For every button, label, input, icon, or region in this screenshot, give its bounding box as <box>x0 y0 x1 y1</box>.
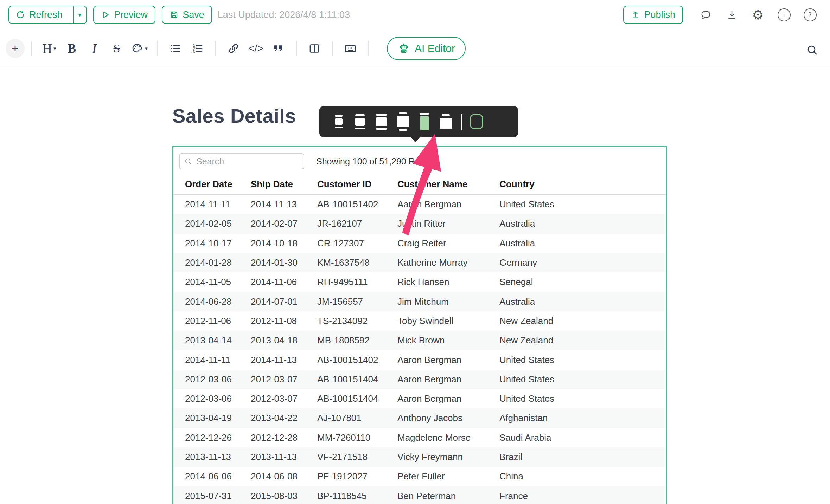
table-row[interactable]: 2014-11-112014-11-13AB-100151402Aaron Be… <box>173 350 666 369</box>
columns-layout-button[interactable] <box>303 37 326 60</box>
size-option-md[interactable] <box>371 106 392 137</box>
column-header[interactable]: Order Date <box>185 179 251 190</box>
publish-label: Publish <box>644 9 675 20</box>
table-cell: 2012-12-28 <box>251 432 317 443</box>
sales-table-card[interactable]: Showing 100 of 51,290 Rows Order Date Sh… <box>172 146 667 504</box>
strikethrough-button[interactable]: S <box>106 37 128 60</box>
column-header[interactable]: Customer ID <box>317 179 397 190</box>
bold-button[interactable]: B <box>60 37 83 60</box>
table-cell: 2012-11-08 <box>251 316 317 327</box>
table-row[interactable]: 2014-06-062014-06-08PF-1912027Peter Full… <box>173 467 666 486</box>
table-cell: Australia <box>499 238 666 249</box>
refresh-label: Refresh <box>29 9 63 20</box>
table-cell: 2014-11-13 <box>251 355 317 366</box>
size-lg-icon <box>399 112 407 114</box>
table-cell: Magdelene Morse <box>397 432 499 443</box>
refresh-dropdown-button[interactable]: ▾ <box>73 6 87 23</box>
table-row[interactable]: 2013-04-192013-04-22AJ-107801Anthony Jac… <box>173 408 666 428</box>
table-cell: AB-100151404 <box>317 374 397 385</box>
comment-icon <box>700 9 711 20</box>
publish-upload-icon <box>631 10 640 19</box>
toolbar-divider <box>157 41 158 56</box>
text-color-button[interactable]: ▾ <box>128 37 151 60</box>
table-row[interactable]: 2014-11-112014-11-13AB-100151402Aaron Be… <box>173 195 666 214</box>
size-option-xl[interactable] <box>435 106 456 137</box>
help-button[interactable]: ? <box>797 6 823 24</box>
settings-button[interactable]: ⚙ <box>745 6 771 24</box>
table-cell: 2014-10-18 <box>251 238 317 249</box>
table-cell: 2014-02-07 <box>251 218 317 229</box>
table-row[interactable]: 2014-01-282014-01-30KM-1637548Katherine … <box>173 253 666 272</box>
add-block-button[interactable]: + <box>6 39 25 58</box>
table-cell: United States <box>499 374 666 385</box>
heading-button[interactable]: H ▾ <box>38 37 60 60</box>
link-button[interactable] <box>222 37 245 60</box>
table-cell: AB-100151402 <box>317 355 397 366</box>
table-row[interactable]: 2012-03-062012-03-07AB-100151404Aaron Be… <box>173 370 666 389</box>
column-header[interactable]: Customer Name <box>397 179 499 190</box>
column-header[interactable]: Ship Date <box>251 179 317 190</box>
publish-button[interactable]: Publish <box>623 6 683 24</box>
download-icon <box>726 9 738 20</box>
bullet-list-button[interactable] <box>164 37 186 60</box>
table-cell: 2014-11-11 <box>185 199 251 210</box>
table-row[interactable]: 2014-10-172014-10-18CR-127307Craig Reite… <box>173 234 666 253</box>
table-cell: AB-100151402 <box>317 199 397 210</box>
table-cell: 2014-11-13 <box>251 199 317 210</box>
keyboard-shortcuts-button[interactable] <box>339 37 362 60</box>
size-fill-icon <box>420 113 429 115</box>
table-cell: Germany <box>499 257 666 268</box>
table-cell: New Zealand <box>499 335 666 346</box>
popup-caret <box>410 136 421 142</box>
code-button[interactable]: </> <box>245 37 267 60</box>
page-search-button[interactable] <box>803 41 821 59</box>
table-cell: AB-100151404 <box>317 393 397 404</box>
table-row[interactable]: 2012-11-062012-11-08TS-2134092Toby Swind… <box>173 311 666 331</box>
size-option-lg[interactable] <box>392 106 414 137</box>
link-icon <box>228 43 240 54</box>
save-button[interactable]: Save <box>162 6 212 24</box>
table-cell: Justin Ritter <box>397 218 499 229</box>
page-title: Sales Details <box>172 104 296 127</box>
table-row[interactable]: 2012-12-262012-12-28MM-7260110Magdelene … <box>173 428 666 447</box>
frame-border-option[interactable] <box>467 106 486 137</box>
play-icon <box>101 10 110 19</box>
table-search-box[interactable] <box>179 153 304 169</box>
table-cell: CR-127307 <box>317 238 397 249</box>
numbered-list-button[interactable]: 123 <box>186 37 209 60</box>
info-button[interactable]: i <box>771 6 797 24</box>
table-cell: 2013-04-19 <box>185 413 251 424</box>
table-row[interactable]: 2012-03-062012-03-07AB-100151404Aaron Be… <box>173 389 666 408</box>
table-search-input[interactable] <box>196 156 299 167</box>
column-header[interactable]: Country <box>499 179 666 190</box>
table-row[interactable]: 2013-11-132013-11-13VF-2171518Vicky Frey… <box>173 447 666 467</box>
size-option-xs[interactable] <box>328 106 349 137</box>
italic-button[interactable]: I <box>83 37 106 60</box>
table-cell: Jim Mitchum <box>397 296 499 307</box>
table-cell: Craig Reiter <box>397 238 499 249</box>
table-cell: MM-7260110 <box>317 432 397 443</box>
ai-editor-button[interactable]: AI Editor <box>387 37 466 60</box>
table-cell: AJ-107801 <box>317 413 397 424</box>
size-option-fill-selected[interactable] <box>414 106 435 137</box>
table-cell: New Zealand <box>499 316 666 327</box>
refresh-button[interactable]: Refresh ▾ <box>8 6 87 24</box>
preview-button[interactable]: Preview <box>93 6 155 24</box>
table-cell: 2013-04-22 <box>251 413 317 424</box>
table-row[interactable]: 2013-04-142013-04-18MB-1808592Mick Brown… <box>173 331 666 350</box>
comment-button[interactable] <box>693 6 719 24</box>
size-option-sm[interactable] <box>349 106 371 137</box>
robot-icon <box>397 42 410 55</box>
table-cell: 2014-11-06 <box>251 277 317 287</box>
popup-divider <box>461 114 462 130</box>
download-button[interactable] <box>719 6 745 24</box>
table-row[interactable]: 2014-11-052014-11-06RH-9495111Rick Hanse… <box>173 272 666 292</box>
size-md-icon <box>376 114 387 116</box>
blockquote-button[interactable] <box>267 37 290 60</box>
table-row[interactable]: 2015-07-312015-08-03BP-1118545Ben Peterm… <box>173 486 666 504</box>
info-icon: i <box>778 8 791 21</box>
table-row[interactable]: 2014-02-052014-02-07JR-162107Justin Ritt… <box>173 214 666 233</box>
app-window: Refresh ▾ Preview Save Last Updated: 202… <box>0 0 830 504</box>
table-cell: JM-156557 <box>317 296 397 307</box>
table-row[interactable]: 2014-06-282014-07-01JM-156557Jim Mitchum… <box>173 292 666 311</box>
